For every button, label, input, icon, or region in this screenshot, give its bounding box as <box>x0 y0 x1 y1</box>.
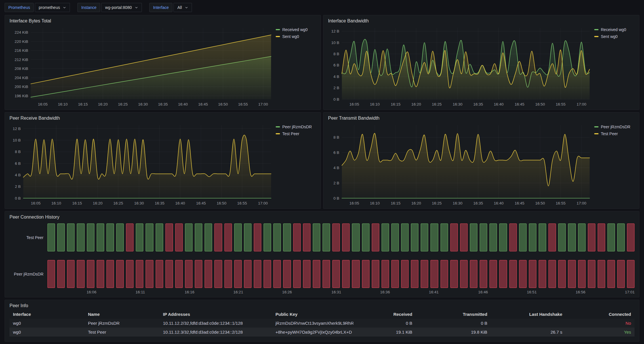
state-bar-disconnected[interactable] <box>136 260 143 288</box>
state-bar-disconnected[interactable] <box>441 260 448 288</box>
state-bar-disconnected[interactable] <box>254 260 261 288</box>
state-bar-disconnected[interactable] <box>185 260 193 288</box>
state-bar-disconnected[interactable] <box>539 260 546 288</box>
state-bar-connected[interactable] <box>401 223 409 251</box>
state-bar-disconnected[interactable] <box>244 260 251 288</box>
state-bar-disconnected[interactable] <box>588 260 595 288</box>
state-bar-disconnected[interactable] <box>175 260 183 288</box>
state-bar-disconnected[interactable] <box>421 260 428 288</box>
state-bar-disconnected[interactable] <box>224 223 232 251</box>
column-header-public-key[interactable]: Public Key <box>272 310 353 319</box>
state-bar-disconnected[interactable] <box>499 260 507 288</box>
legend-item[interactable]: Received wg0 <box>276 27 316 32</box>
state-bar-disconnected[interactable] <box>323 260 330 288</box>
panel-title-peer-info[interactable]: Peer Info <box>9 302 635 309</box>
state-bar-connected[interactable] <box>352 223 359 251</box>
state-bar-disconnected[interactable] <box>293 260 301 288</box>
state-bar-connected[interactable] <box>136 223 143 251</box>
legend-item[interactable]: Test Peer <box>276 131 316 136</box>
state-bar-disconnected[interactable] <box>509 223 517 251</box>
state-bar-disconnected[interactable] <box>264 260 271 288</box>
state-bar-disconnected[interactable] <box>303 260 310 288</box>
state-bar-connected[interactable] <box>244 223 251 251</box>
column-header-ip-addresses[interactable]: IP Addresses <box>159 310 272 319</box>
state-bar-disconnected[interactable] <box>558 260 566 288</box>
legend-item[interactable]: Peer jRzmDsDR <box>276 125 316 129</box>
state-bar-disconnected[interactable] <box>430 260 438 288</box>
state-bar-connected[interactable] <box>558 223 566 251</box>
state-bar-connected[interactable] <box>607 223 615 251</box>
column-header-name[interactable]: Name <box>85 310 160 319</box>
column-header-interface[interactable]: Interface <box>9 310 85 319</box>
state-bar-disconnected[interactable] <box>313 260 320 288</box>
state-bar-disconnected[interactable] <box>362 260 369 288</box>
state-bar-connected[interactable] <box>382 223 389 251</box>
state-bar-disconnected[interactable] <box>548 223 556 251</box>
state-bar-disconnected[interactable] <box>87 260 94 288</box>
state-bar-disconnected[interactable] <box>382 260 389 288</box>
state-bar-connected[interactable] <box>185 223 193 251</box>
state-bar-disconnected[interactable] <box>627 260 635 288</box>
state-bar-disconnected[interactable] <box>156 260 163 288</box>
state-bar-disconnected[interactable] <box>509 260 517 288</box>
state-bar-connected[interactable] <box>234 223 242 251</box>
state-bar-disconnected[interactable] <box>47 260 55 288</box>
column-header-last-handshake[interactable]: Last Handshake <box>491 310 566 319</box>
state-bar-disconnected[interactable] <box>548 260 556 288</box>
panel-title-peer-transmit-bandwidth[interactable]: Peer Transmit Bandwidth <box>328 115 635 122</box>
state-bar-disconnected[interactable] <box>372 223 379 251</box>
state-bar-disconnected[interactable] <box>460 260 468 288</box>
state-bar-disconnected[interactable] <box>126 260 134 288</box>
state-bar-disconnected[interactable] <box>529 260 536 288</box>
chart-peer-transmit-bandwidth[interactable]: 16:0516:1016:1516:2016:2516:3016:3516:40… <box>328 122 591 207</box>
state-bar-connected[interactable] <box>323 223 330 251</box>
state-bar-connected[interactable] <box>539 223 546 251</box>
state-bar-connected[interactable] <box>313 223 320 251</box>
state-bar-disconnected[interactable] <box>67 260 75 288</box>
state-bar-disconnected[interactable] <box>195 260 202 288</box>
state-bar-disconnected[interactable] <box>273 260 281 288</box>
state-bar-connected[interactable] <box>156 223 163 251</box>
state-bar-disconnected[interactable] <box>617 260 625 288</box>
state-bar-disconnected[interactable] <box>254 223 261 251</box>
state-bar-disconnected[interactable] <box>97 260 104 288</box>
state-bar-disconnected[interactable] <box>391 260 399 288</box>
legend-item[interactable]: Sent wg0 <box>276 34 316 39</box>
state-bar-connected[interactable] <box>116 223 124 251</box>
state-bar-disconnected[interactable] <box>77 260 84 288</box>
state-bar-connected[interactable] <box>273 223 281 251</box>
state-bar-connected[interactable] <box>283 223 291 251</box>
state-bar-connected[interactable] <box>87 223 94 251</box>
var-instance-dropdown[interactable]: wg-portal:8080 <box>101 3 142 12</box>
state-bar-disconnected[interactable] <box>106 260 114 288</box>
state-bar-disconnected[interactable] <box>372 260 379 288</box>
state-bar-connected[interactable] <box>411 223 418 251</box>
state-bar-connected[interactable] <box>195 223 202 251</box>
state-bar-disconnected[interactable] <box>205 260 212 288</box>
state-bar-disconnected[interactable] <box>489 260 497 288</box>
state-bar-disconnected[interactable] <box>234 260 242 288</box>
state-bar-disconnected[interactable] <box>470 260 477 288</box>
state-bar-connected[interactable] <box>568 223 576 251</box>
state-bar-connected[interactable] <box>146 223 153 251</box>
state-bar-connected[interactable] <box>57 223 65 251</box>
state-bar-connected[interactable] <box>519 223 527 251</box>
var-interface-dropdown[interactable]: All <box>174 3 192 12</box>
legend-item[interactable]: Received wg0 <box>594 27 635 32</box>
state-bar-connected[interactable] <box>264 223 271 251</box>
state-bar-disconnected[interactable] <box>627 223 635 251</box>
state-bar-connected[interactable] <box>391 223 399 251</box>
state-bar-disconnected[interactable] <box>332 223 340 251</box>
state-bar-disconnected[interactable] <box>165 260 173 288</box>
state-bar-connected[interactable] <box>578 223 586 251</box>
var-datasource-dropdown[interactable]: prometheus <box>35 3 70 12</box>
state-bar-connected[interactable] <box>67 223 75 251</box>
state-bar-disconnected[interactable] <box>283 260 291 288</box>
state-bar-connected[interactable] <box>421 223 428 251</box>
state-bar-disconnected[interactable] <box>342 223 350 251</box>
panel-title-peer-receive-bandwidth[interactable]: Peer Receive Bandwidth <box>9 115 316 122</box>
state-bar-disconnected[interactable] <box>480 260 487 288</box>
chart-peer-receive-bandwidth[interactable]: 16:0516:1016:1516:2016:2516:3016:3516:40… <box>9 122 273 207</box>
state-bar-disconnected[interactable] <box>578 260 586 288</box>
state-bar-disconnected[interactable] <box>165 223 173 251</box>
